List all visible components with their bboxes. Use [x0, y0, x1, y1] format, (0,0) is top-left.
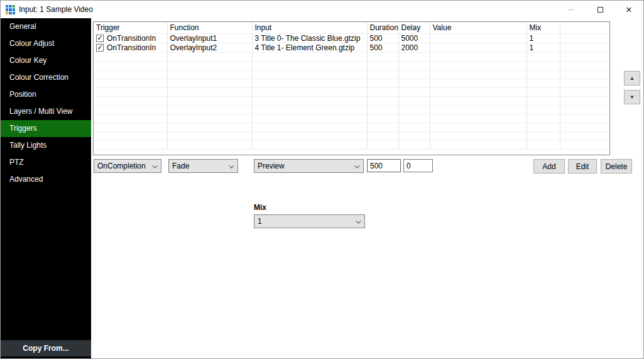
empty-row	[94, 87, 609, 96]
mix-cell: 1	[527, 33, 560, 43]
duration-cell: 500	[367, 43, 398, 52]
value-cell	[430, 43, 527, 52]
mix-select[interactable]: 1	[254, 214, 365, 228]
input-settings-window: Input: 1 Sample Video ✕ General Colour A…	[0, 0, 644, 359]
sidebar-item-advanced[interactable]: Advanced	[1, 171, 91, 188]
down-arrow-icon: ▼	[630, 94, 635, 100]
trigger-type-value: OnCompletion	[97, 162, 146, 170]
input-value: Preview	[258, 162, 285, 170]
function-cell: OverlayInput2	[167, 43, 252, 52]
delay-input[interactable]	[403, 159, 433, 172]
column-header-blank	[560, 22, 609, 33]
table-row[interactable]: ✓OnTransitionIn OverlayInput2 4 Title 1-…	[94, 43, 609, 52]
chevron-down-icon	[229, 163, 234, 168]
up-arrow-icon: ▲	[630, 75, 635, 81]
copy-from-button[interactable]: Copy From...	[1, 340, 91, 356]
maximize-icon	[598, 7, 603, 13]
delay-cell: 2000	[398, 43, 430, 52]
value-cell	[430, 33, 527, 43]
mix-label: Mix	[254, 203, 266, 212]
column-header-duration: Duration	[367, 22, 398, 33]
column-header-trigger: Trigger	[94, 22, 167, 33]
trigger-cell: OnTransitionIn	[107, 34, 156, 43]
settings-sidebar: General Colour Adjust Colour Key Colour …	[1, 18, 91, 358]
empty-row	[94, 114, 609, 123]
empty-row	[94, 52, 609, 61]
column-header-delay: Delay	[398, 22, 430, 33]
sidebar-item-triggers[interactable]: Triggers	[1, 120, 91, 137]
empty-row	[94, 61, 609, 70]
table-row[interactable]: ✓OnTransitionIn OverlayInput1 3 Title 0-…	[94, 33, 609, 43]
close-icon: ✕	[626, 6, 633, 14]
column-header-mix: Mix	[527, 22, 560, 33]
function-select[interactable]: Fade	[168, 159, 238, 173]
edit-button[interactable]: Edit	[568, 159, 597, 174]
table-header-row: Trigger Function Input Duration Delay Va…	[94, 22, 609, 33]
vmix-logo-icon	[6, 5, 15, 14]
minimize-button	[557, 1, 586, 18]
empty-row	[94, 96, 609, 105]
chevron-down-icon	[354, 163, 359, 168]
function-value: Fade	[172, 162, 189, 170]
input-select[interactable]: Preview	[254, 159, 364, 173]
column-header-value: Value	[430, 22, 527, 33]
delay-cell: 5000	[398, 33, 430, 43]
column-header-input: Input	[252, 22, 367, 33]
trigger-cell: OnTransitionIn	[107, 43, 156, 52]
sidebar-item-tally-lights[interactable]: Tally Lights	[1, 137, 91, 154]
column-header-function: Function	[167, 22, 252, 33]
maximize-button[interactable]	[586, 1, 614, 18]
title-bar: Input: 1 Sample Video ✕	[1, 1, 643, 18]
sidebar-item-position[interactable]: Position	[1, 86, 91, 103]
sidebar-item-ptz[interactable]: PTZ	[1, 154, 91, 171]
sidebar-item-colour-correction[interactable]: Colour Correction	[1, 69, 91, 86]
add-button[interactable]: Add	[533, 159, 565, 174]
input-cell: 4 Title 1- Element Green.gtzip	[252, 43, 367, 52]
chevron-down-icon	[356, 218, 361, 223]
chevron-down-icon	[152, 163, 157, 168]
sidebar-item-layers-multi-view[interactable]: Layers / Multi View	[1, 103, 91, 120]
empty-row	[94, 79, 609, 87]
mix-cell: 1	[527, 43, 560, 52]
empty-row	[94, 105, 609, 114]
trigger-enabled-checkbox[interactable]: ✓	[96, 35, 104, 42]
trigger-enabled-checkbox[interactable]: ✓	[96, 44, 104, 52]
close-button[interactable]: ✕	[614, 1, 643, 18]
empty-row	[94, 70, 609, 79]
minimize-icon	[568, 9, 574, 10]
trigger-type-select[interactable]: OnCompletion	[94, 159, 161, 173]
move-down-button[interactable]: ▼	[624, 90, 640, 104]
triggers-panel: Trigger Function Input Duration Delay Va…	[91, 18, 643, 358]
empty-row	[94, 123, 609, 131]
sidebar-item-colour-adjust[interactable]: Colour Adjust	[1, 35, 91, 52]
duration-input[interactable]	[367, 159, 401, 172]
duration-cell: 500	[367, 33, 398, 43]
empty-row	[94, 140, 609, 149]
mix-value: 1	[258, 217, 262, 226]
triggers-table: Trigger Function Input Duration Delay Va…	[93, 21, 610, 155]
move-up-button[interactable]: ▲	[624, 71, 640, 86]
function-cell: OverlayInput1	[167, 33, 252, 43]
input-cell: 3 Title 0- The Classic Blue.gtzip	[252, 33, 367, 43]
delete-button[interactable]: Delete	[601, 159, 632, 174]
empty-row	[94, 131, 609, 140]
window-title: Input: 1 Sample Video	[19, 5, 93, 14]
sidebar-item-colour-key[interactable]: Colour Key	[1, 52, 91, 69]
sidebar-item-general[interactable]: General	[1, 18, 91, 35]
